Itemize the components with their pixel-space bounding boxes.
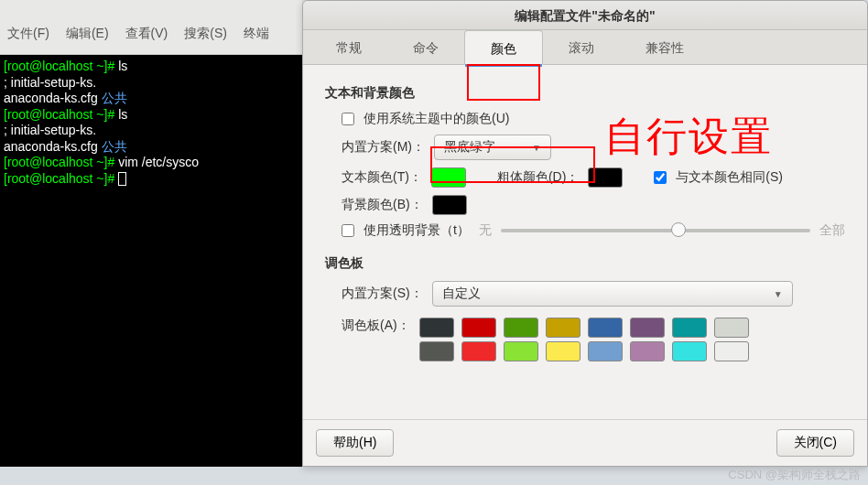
help-button[interactable]: 帮助(H)	[316, 429, 394, 457]
label-builtin-scheme: 内置方案(M)：	[342, 139, 425, 156]
tab-0[interactable]: 常规	[310, 30, 387, 64]
tab-content-colors: 文本和背景颜色 使用系统主题中的颜色(U) 内置方案(M)： 黑底绿字 ▼ 文本…	[303, 65, 867, 419]
swatch-text-color[interactable]	[431, 167, 466, 188]
label-same-as-text: 与文本颜色相同(S)	[676, 169, 783, 186]
palette-color[interactable]	[461, 318, 496, 338]
terminal-menubar: 文件(F) 编辑(E) 查看(V) 搜索(S) 终端	[0, 0, 302, 55]
row-builtin-scheme: 内置方案(M)： 黑底绿字 ▼	[342, 135, 845, 160]
row-text-bold-color: 文本颜色(T)： 粗体颜色(D)： 与文本颜色相同(S)	[342, 167, 845, 188]
palette-color[interactable]	[672, 318, 707, 338]
palette-color[interactable]	[714, 318, 749, 338]
palette-color[interactable]	[419, 318, 454, 338]
swatch-bold-color[interactable]	[588, 167, 623, 188]
menu-search[interactable]: 搜索(S)	[184, 26, 227, 54]
palette-color[interactable]	[461, 341, 496, 361]
chevron-down-icon: ▼	[774, 289, 783, 299]
tab-1[interactable]: 命令	[387, 30, 464, 64]
label-bg-color: 背景颜色(B)：	[342, 197, 423, 213]
label-transparent: 使用透明背景（t）	[363, 222, 470, 239]
palette-color[interactable]	[504, 341, 538, 361]
label-palette-scheme: 内置方案(S)：	[342, 286, 423, 302]
palette-color[interactable]	[588, 318, 623, 338]
palette-color[interactable]	[630, 341, 665, 361]
label-use-system: 使用系统主题中的颜色(U)	[363, 111, 509, 127]
tabbar: 常规命令颜色滚动兼容性	[303, 30, 867, 65]
menu-edit[interactable]: 编辑(E)	[66, 26, 109, 54]
close-button[interactable]: 关闭(C)	[776, 429, 854, 457]
palette-color[interactable]	[504, 318, 538, 338]
menu-terminal[interactable]: 终端	[244, 26, 269, 54]
row-use-system: 使用系统主题中的颜色(U)	[342, 111, 845, 127]
terminal-content[interactable]: [root@localhost ~]# ls; initial-setup-ks…	[0, 55, 302, 190]
slider-thumb[interactable]	[671, 222, 686, 237]
profile-dialog: 编辑配置文件"未命名的" 常规命令颜色滚动兼容性 文本和背景颜色 使用系统主题中…	[302, 0, 868, 467]
slider-min-label: 无	[479, 222, 492, 239]
watermark: CSDN @架构师全栈之路	[728, 467, 861, 483]
section-text-bg: 文本和背景颜色	[325, 85, 845, 102]
palette-color[interactable]	[672, 341, 707, 361]
combo-palette-scheme[interactable]: 自定义 ▼	[432, 281, 793, 307]
palette-color[interactable]	[588, 341, 623, 361]
menu-view[interactable]: 查看(V)	[125, 26, 168, 54]
palette-grid	[419, 314, 749, 365]
combo-value-palette: 自定义	[442, 286, 481, 302]
dialog-title: 编辑配置文件"未命名的"	[303, 1, 867, 30]
swatch-bg-color[interactable]	[432, 195, 467, 215]
combo-value-scheme: 黑底绿字	[444, 139, 495, 156]
combo-builtin-scheme[interactable]: 黑底绿字 ▼	[434, 135, 551, 160]
label-text-color: 文本颜色(T)：	[342, 169, 422, 186]
label-bold-color: 粗体颜色(D)：	[497, 169, 579, 186]
chevron-down-icon: ▼	[532, 143, 541, 153]
checkbox-use-system-colors[interactable]	[342, 113, 354, 125]
palette-color[interactable]	[714, 341, 749, 361]
row-palette: 调色板(A)：	[342, 314, 845, 365]
row-transparent: 使用透明背景（t） 无 全部	[342, 222, 845, 239]
section-palette: 调色板	[325, 255, 845, 272]
tab-3[interactable]: 滚动	[543, 30, 620, 64]
row-palette-scheme: 内置方案(S)： 自定义 ▼	[342, 281, 845, 307]
checkbox-transparent-bg[interactable]	[342, 224, 354, 237]
palette-color[interactable]	[546, 318, 580, 338]
label-palette: 调色板(A)：	[342, 314, 410, 334]
dialog-footer: 帮助(H) 关闭(C)	[303, 419, 867, 466]
terminal-window: 文件(F) 编辑(E) 查看(V) 搜索(S) 终端 [root@localho…	[0, 0, 302, 467]
menu-file[interactable]: 文件(F)	[7, 26, 49, 54]
tab-2[interactable]: 颜色	[464, 30, 543, 65]
slider-max-label: 全部	[819, 222, 845, 239]
palette-color[interactable]	[630, 318, 665, 338]
row-bg-color: 背景颜色(B)：	[342, 195, 845, 215]
slider-transparency[interactable]	[501, 229, 810, 232]
checkbox-same-as-text[interactable]	[654, 171, 667, 184]
tab-4[interactable]: 兼容性	[620, 30, 710, 64]
palette-color[interactable]	[546, 341, 580, 361]
palette-color[interactable]	[419, 341, 454, 361]
